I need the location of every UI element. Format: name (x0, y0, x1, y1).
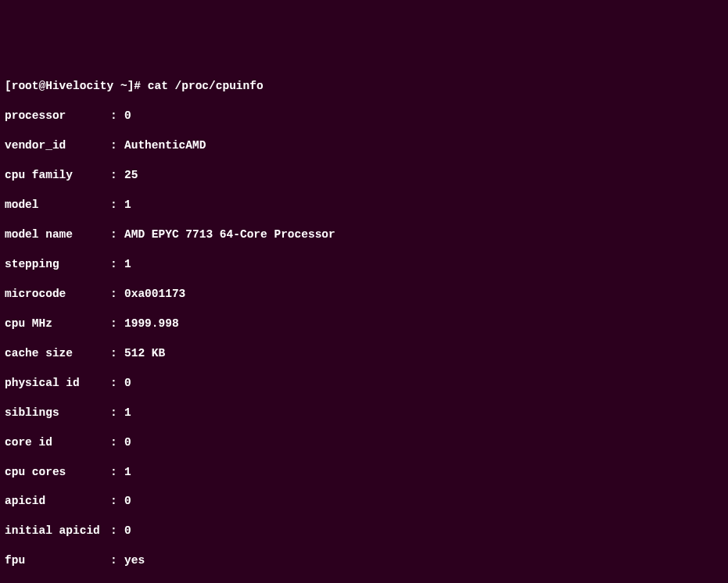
cpuinfo-key: cpu cores (5, 465, 110, 480)
cpuinfo-key: model name (5, 227, 110, 242)
cpuinfo-key: fpu (5, 553, 110, 568)
cpuinfo-stepping: stepping:1 (5, 257, 723, 272)
cpuinfo-sep: : (110, 257, 124, 272)
cpuinfo-sep: : (110, 435, 124, 450)
prompt-line-1: [root@Hivelocity ~]# cat /proc/cpuinfo (5, 79, 723, 94)
shell-prompt: [root@Hivelocity ~]# (5, 80, 148, 92)
cpuinfo-sep: : (110, 198, 124, 213)
cpuinfo-key: initial apicid (5, 524, 110, 538)
cpuinfo-val: 0 (124, 524, 131, 538)
cpuinfo-sep: : (110, 138, 124, 153)
cpuinfo-val: AuthenticAMD (124, 138, 206, 153)
cpuinfo-cpu-mhz: cpu MHz:1999.998 (5, 317, 723, 331)
cpuinfo-val: 0 (124, 376, 131, 391)
cpuinfo-core-id: core id:0 (5, 435, 723, 450)
cpuinfo-sep: : (110, 109, 124, 123)
cpuinfo-fpu: fpu:yes (5, 553, 723, 568)
cpuinfo-key: stepping (5, 257, 110, 272)
cpuinfo-sep: : (110, 317, 124, 331)
cpuinfo-sep: : (110, 465, 124, 480)
cpuinfo-val: 0 (124, 494, 131, 509)
cpuinfo-key: microcode (5, 287, 110, 302)
cpuinfo-val: 0xa001173 (124, 287, 185, 302)
cpuinfo-key: physical id (5, 376, 110, 391)
cpuinfo-cpu-cores: cpu cores:1 (5, 465, 723, 480)
cpuinfo-val: 0 (124, 109, 131, 123)
cpuinfo-val: 25 (124, 168, 138, 183)
cpuinfo-sep: : (110, 346, 124, 361)
cpuinfo-sep: : (110, 168, 124, 183)
cpuinfo-model-name: model name:AMD EPYC 7713 64-Core Process… (5, 227, 723, 242)
cpuinfo-val: 1 (124, 198, 131, 213)
cpuinfo-physical-id: physical id:0 (5, 376, 723, 391)
cpuinfo-sep: : (110, 494, 124, 509)
command-text: cat /proc/cpuinfo (148, 80, 264, 92)
cpuinfo-sep: : (110, 524, 124, 538)
cpuinfo-key: siblings (5, 406, 110, 420)
cpuinfo-key: processor (5, 109, 110, 123)
cpuinfo-processor: processor:0 (5, 109, 723, 123)
cpuinfo-val: 0 (124, 435, 131, 450)
cpuinfo-cache-size: cache size:512 KB (5, 346, 723, 361)
cpuinfo-val: 1 (124, 465, 131, 480)
cpuinfo-microcode: microcode:0xa001173 (5, 287, 723, 302)
cpuinfo-val: 1999.998 (124, 317, 179, 331)
cpuinfo-key: cpu MHz (5, 317, 110, 331)
cpuinfo-key: cpu family (5, 168, 110, 183)
cpuinfo-val: 1 (124, 257, 131, 272)
cpuinfo-sep: : (110, 406, 124, 420)
cpuinfo-key: core id (5, 435, 110, 450)
cpuinfo-val: 512 KB (124, 346, 165, 361)
cpuinfo-siblings: siblings:1 (5, 406, 723, 420)
cpuinfo-sep: : (110, 376, 124, 391)
cpuinfo-key: model (5, 198, 110, 213)
cpuinfo-sep: : (110, 287, 124, 302)
terminal-output[interactable]: [root@Hivelocity ~]# cat /proc/cpuinfo p… (5, 64, 723, 583)
cpuinfo-cpu-family: cpu family:25 (5, 168, 723, 183)
cpuinfo-initial-apicid: initial apicid:0 (5, 524, 723, 538)
cpuinfo-sep: : (110, 227, 124, 242)
cpuinfo-val: yes (124, 553, 145, 568)
cpuinfo-sep: : (110, 553, 124, 568)
cpuinfo-apicid: apicid:0 (5, 494, 723, 509)
cpuinfo-val: 1 (124, 406, 131, 420)
cpuinfo-vendor-id: vendor_id:AuthenticAMD (5, 138, 723, 153)
cpuinfo-key: cache size (5, 346, 110, 361)
cpuinfo-model: model:1 (5, 198, 723, 213)
cpuinfo-key: vendor_id (5, 138, 110, 153)
cpuinfo-val: AMD EPYC 7713 64-Core Processor (124, 227, 335, 242)
cpuinfo-key: apicid (5, 494, 110, 509)
